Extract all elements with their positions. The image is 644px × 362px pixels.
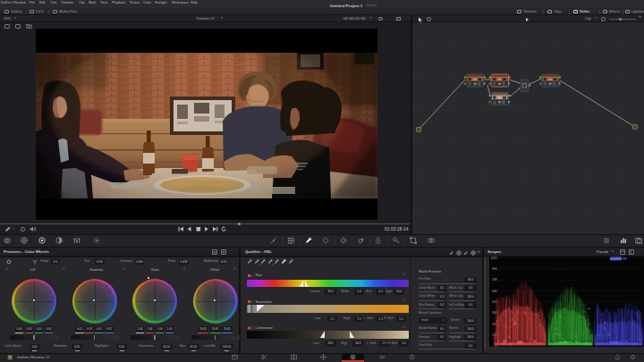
svg-text:01: 01 bbox=[469, 82, 472, 86]
svg-text:04: 04 bbox=[493, 101, 496, 105]
svg-text:03: 03 bbox=[544, 82, 547, 86]
svg-text:1023: 1023 bbox=[490, 257, 496, 260]
svg-text:02: 02 bbox=[493, 82, 496, 86]
